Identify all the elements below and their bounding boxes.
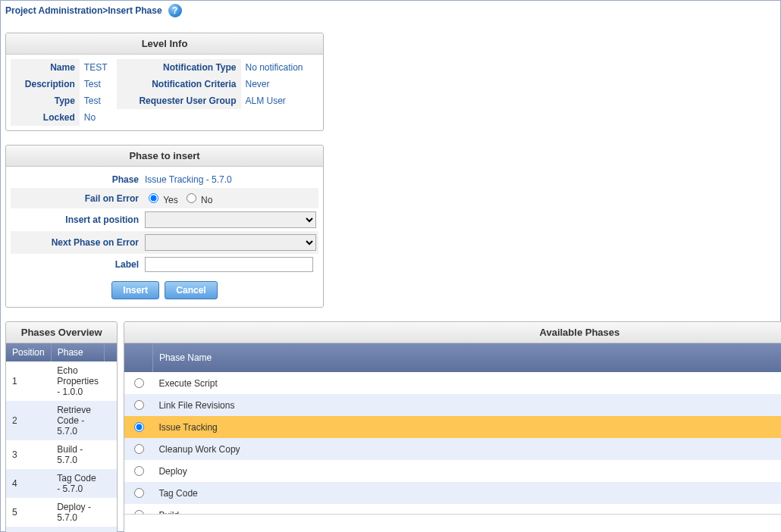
cell-radio: [124, 372, 152, 394]
cell-action: [105, 401, 118, 440]
level-info-label: Locked: [11, 109, 80, 126]
level-info-table: NameTESTNotification TypeNo notification…: [11, 59, 318, 126]
table-row[interactable]: Issue Tracking5.7.0COREIKAN: [124, 416, 781, 438]
col-action: [105, 343, 118, 361]
available-phases-panel: Available Phases Phase Name Phase Versio…: [124, 321, 781, 532]
cell-action: [105, 527, 118, 532]
available-phases-table: Phase Name Phase Version Execution Type …: [124, 343, 781, 514]
breadcrumb: Project Administration>Insert Phase: [5, 5, 162, 16]
phase-radio[interactable]: [134, 488, 144, 498]
level-info-panel: Level Info NameTESTNotification TypeNo n…: [5, 33, 324, 131]
level-info-label: Name: [11, 59, 80, 76]
table-row[interactable]: Link File Revisions5.7.0COREIKAN: [124, 394, 781, 416]
cell-phase-name: Execute Script: [152, 372, 781, 394]
cell-radio: [124, 416, 152, 438]
cell-position: 3: [6, 440, 51, 469]
level-info-label: Requester User Group: [117, 92, 240, 109]
cell-phase: Echo Properties - 1.0.0: [51, 361, 105, 401]
phases-overview-title: Phases Overview: [6, 322, 117, 343]
level-info-value: Test: [80, 92, 118, 109]
level-info-value: Test: [80, 76, 118, 92]
col-radio: [124, 343, 152, 372]
col-phase: Phase: [51, 343, 105, 361]
help-icon[interactable]: ?: [168, 4, 182, 17]
cell-radio: [124, 482, 152, 504]
fail-no-text: No: [201, 195, 212, 205]
cell-radio: [124, 438, 152, 460]
insert-at-select[interactable]: [145, 211, 316, 228]
fail-yes-option[interactable]: Yes: [145, 191, 178, 205]
level-info-value: No notification: [241, 59, 319, 76]
cell-phase: Retrieve Code - 5.7.0: [51, 401, 105, 440]
table-row[interactable]: 1Echo Properties - 1.0.0: [6, 361, 117, 401]
cell-phase: Deploy - 5.7.0: [51, 498, 105, 527]
level-info-label: [117, 109, 240, 126]
level-info-label: Description: [11, 76, 80, 92]
next-phase-label: Next Phase on Error: [12, 237, 145, 248]
phase-form-panel: Phase to insert Phase Issue Tracking - 5…: [5, 145, 324, 308]
phase-radio[interactable]: [134, 378, 144, 388]
phase-value: Issue Tracking - 5.7.0: [145, 174, 232, 185]
table-row[interactable]: Deploy5.7.0COREIKAN: [124, 460, 781, 482]
cell-action: [105, 469, 118, 498]
insert-button[interactable]: Insert: [111, 281, 159, 299]
available-hscroll[interactable]: [124, 514, 781, 527]
fail-yes-text: Yes: [163, 195, 178, 205]
cell-phase-name: Tag Code: [152, 482, 781, 504]
label-label: Label: [12, 259, 145, 270]
table-row[interactable]: 2Retrieve Code - 5.7.0: [6, 401, 117, 440]
cell-radio: [124, 504, 152, 514]
table-row[interactable]: Tag Code5.7.0COREIKAN: [124, 482, 781, 504]
phases-overview-table: Position Phase 1Echo Properties - 1.0.02…: [6, 343, 117, 532]
insert-at-label: Insert at position: [12, 214, 145, 225]
level-info-value: ALM User: [241, 92, 319, 109]
table-row[interactable]: 6Cleanup Work Copy - 5.7.0: [6, 527, 117, 532]
fail-no-option[interactable]: No: [183, 191, 213, 205]
phase-radio[interactable]: [134, 444, 144, 454]
phase-radio[interactable]: [134, 466, 144, 476]
cell-phase-name: Issue Tracking: [152, 416, 781, 438]
col-phase-name: Phase Name: [152, 343, 781, 372]
table-row[interactable]: Execute Script5.7.0COREIKAN: [124, 372, 781, 394]
table-row[interactable]: 5Deploy - 5.7.0: [6, 498, 117, 527]
next-phase-select[interactable]: [145, 234, 316, 251]
phase-radio[interactable]: [134, 422, 144, 432]
cell-radio: [124, 394, 152, 416]
phase-radio[interactable]: [134, 400, 144, 410]
level-info-label: Notification Criteria: [117, 76, 240, 92]
table-row[interactable]: Build5.7.0COREIKAN: [124, 504, 781, 514]
phases-overview-panel: Phases Overview Position Phase 1Echo Pro…: [5, 321, 118, 532]
col-position: Position: [6, 343, 51, 361]
cancel-button[interactable]: Cancel: [165, 281, 217, 299]
fail-no-radio[interactable]: [187, 193, 196, 203]
cell-action: [105, 361, 118, 401]
cell-phase: Cleanup Work Copy - 5.7.0: [51, 527, 105, 532]
fail-yes-radio[interactable]: [149, 193, 158, 203]
level-info-title: Level Info: [6, 33, 323, 55]
phase-label: Phase: [12, 174, 145, 185]
phase-form-title: Phase to insert: [6, 146, 323, 167]
cell-action: [105, 440, 118, 469]
cell-phase-name: Deploy: [152, 460, 781, 482]
fail-on-error-label: Fail on Error: [12, 193, 145, 204]
label-input[interactable]: [145, 257, 313, 272]
level-info-label: Type: [11, 92, 80, 109]
cell-radio: [124, 460, 152, 482]
cell-position: 1: [6, 361, 51, 401]
level-info-value: Never: [241, 76, 319, 92]
level-info-value: No: [80, 109, 118, 126]
cell-position: 6: [6, 527, 51, 532]
cell-position: 5: [6, 498, 51, 527]
cell-position: 4: [6, 469, 51, 498]
table-row[interactable]: 4Tag Code - 5.7.0: [6, 469, 117, 498]
table-row[interactable]: 3Build - 5.7.0: [6, 440, 117, 469]
level-info-value: [241, 109, 319, 126]
table-row[interactable]: Cleanup Work Copy5.7.0COREIKAN: [124, 438, 781, 460]
cell-phase-name: Cleanup Work Copy: [152, 438, 781, 460]
available-scroll[interactable]: Phase Name Phase Version Execution Type …: [124, 343, 781, 514]
cell-phase-name: Link File Revisions: [152, 394, 781, 416]
phase-radio[interactable]: [134, 510, 144, 514]
cell-phase: Build - 5.7.0: [51, 440, 105, 469]
cell-position: 2: [6, 401, 51, 440]
available-phases-title: Available Phases: [124, 322, 781, 343]
